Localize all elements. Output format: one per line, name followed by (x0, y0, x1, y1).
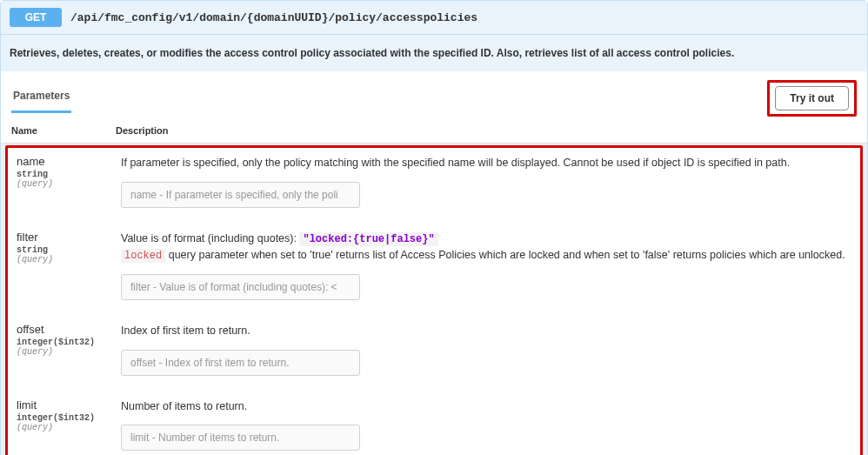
param-location-label: (query) (17, 255, 112, 264)
tab-parameters[interactable]: Parameters (11, 84, 71, 113)
param-name-label: filter (17, 231, 112, 244)
endpoint-block: GET /api/fmc_config/v1/domain/{domainUUI… (0, 0, 868, 455)
param-name-label: limit (17, 398, 112, 412)
endpoint-summary: Retrieves, deletes, creates, or modifies… (1, 35, 867, 71)
param-type-label: integer($int32) (17, 413, 112, 423)
param-description: Index of first item to return. (121, 323, 851, 339)
param-row-name: name string (query) If parameter is spec… (8, 148, 860, 224)
param-input-limit[interactable] (121, 425, 360, 451)
endpoint-header[interactable]: GET /api/fmc_config/v1/domain/{domainUUI… (1, 1, 867, 35)
param-code-word: locked (121, 249, 165, 263)
param-name-label: offset (17, 323, 112, 336)
endpoint-body: Retrieves, deletes, creates, or modifies… (1, 35, 867, 455)
param-location-label: (query) (17, 423, 112, 432)
param-row-filter: filter string (query) Value is of format… (8, 224, 860, 316)
param-input-name[interactable] (121, 182, 360, 208)
highlight-tryout: Try it out (767, 80, 857, 117)
param-row-offset: offset integer($int32) (query) Index of … (8, 316, 860, 391)
param-type-label: string (17, 170, 112, 179)
param-location-label: (query) (17, 347, 112, 357)
param-desc-suffix: query parameter when set to 'true' retur… (165, 249, 845, 261)
param-type-label: integer($int32) (17, 338, 112, 347)
param-code-sample: "locked:{true|false}" (299, 232, 437, 246)
http-method-badge: GET (10, 8, 62, 27)
column-header-name: Name (11, 125, 116, 136)
column-header-description: Description (116, 125, 857, 136)
param-description: Value is of format (including quotes): "… (121, 231, 851, 264)
param-desc-prefix: Value is of format (including quotes): (121, 232, 299, 244)
param-row-limit: limit integer($int32) (query) Number of … (8, 391, 860, 456)
try-it-out-button[interactable]: Try it out (775, 86, 849, 110)
param-location-label: (query) (17, 179, 112, 189)
endpoint-path: /api/fmc_config/v1/domain/{domainUUID}/p… (70, 11, 477, 24)
param-input-offset[interactable] (121, 350, 360, 376)
highlight-parameters-box: name string (query) If parameter is spec… (5, 145, 863, 455)
param-type-label: string (17, 245, 112, 255)
param-description: If parameter is specified, only the poli… (121, 155, 851, 171)
param-name-label: name (17, 155, 112, 168)
parameters-header: Parameters Try it out (1, 71, 867, 117)
param-input-filter[interactable] (121, 274, 360, 300)
parameters-table-header: Name Description (1, 117, 867, 144)
param-description: Number of items to return. (121, 398, 851, 415)
